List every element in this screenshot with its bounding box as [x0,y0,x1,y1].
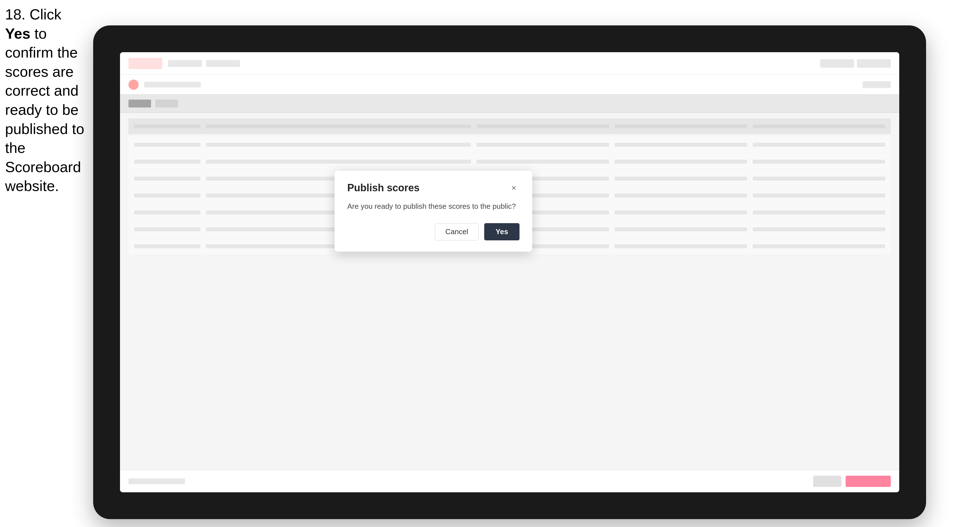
yes-button[interactable]: Yes [484,223,520,240]
table-row [129,153,891,170]
app-logo [129,58,162,69]
tablet-screen: Publish scores × Are you ready to publis… [120,52,899,492]
sub-header [120,75,899,95]
step-number: 18. [5,6,25,22]
modal-title: Publish scores [347,182,420,194]
privacy-link [129,478,185,484]
instruction-text: 18. Click Yes to confirm the scores are … [5,5,87,196]
nav-item-event [206,60,240,67]
modal-footer: Cancel Yes [347,223,520,240]
nav-item-customise [168,60,202,67]
table-header [129,119,891,134]
tab-active [155,100,178,108]
bottom-bar [120,470,899,492]
event-name [144,82,201,87]
reg-btn [857,59,891,68]
view-scores-btn [820,59,854,68]
publish-scores-modal: Publish scores × Are you ready to publis… [334,171,532,252]
header-actions [820,59,891,68]
modal-header: Publish scores × [347,182,520,194]
cancel-button[interactable]: Cancel [435,223,479,240]
event-status [862,81,891,88]
event-icon [129,79,138,90]
col-club [477,124,609,129]
bottom-actions [813,476,891,487]
modal-close-button[interactable]: × [508,182,520,194]
col-name [206,124,471,129]
app-header [120,52,899,75]
tablet-device: Publish scores × Are you ready to publis… [93,25,926,519]
publish-scores-btn [846,476,891,487]
header-nav [168,60,815,67]
col-place [134,124,200,129]
col-total [753,124,885,129]
table-row [129,136,891,153]
tab-bar [120,95,899,113]
tab-score [129,100,151,108]
modal-body-text: Are you ready to publish these scores to… [347,201,520,212]
col-score [615,124,747,129]
save-btn [813,476,842,487]
